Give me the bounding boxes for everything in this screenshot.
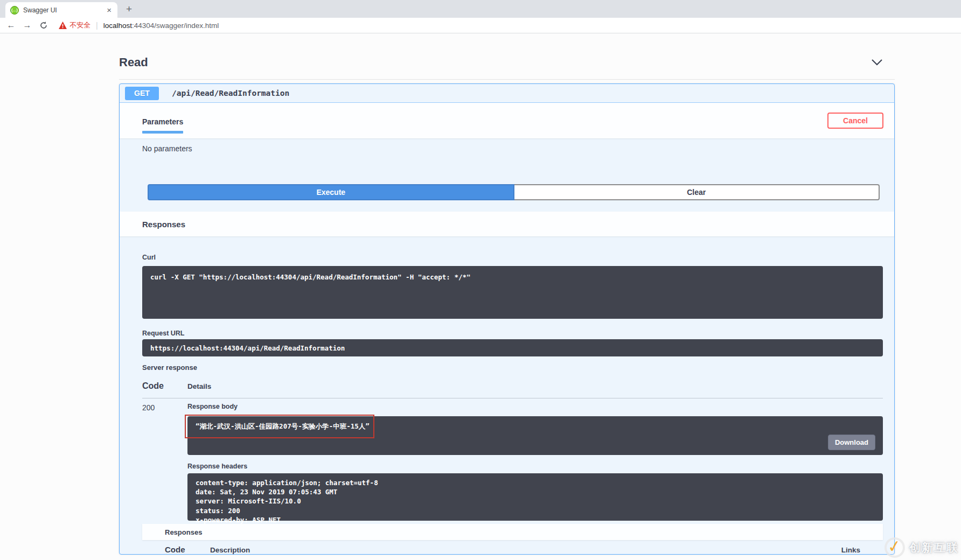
doc-links-header: Links [841,546,860,554]
url-separator: | [96,21,98,30]
parameters-body: No parameters Execute Clear [120,138,894,212]
responses-doc-table-header: Code Description Links [142,540,883,554]
swagger-content: Read GET /api/Read/ReadInformation Param… [119,33,895,555]
no-parameters-text: No parameters [142,144,883,153]
responses-label: Responses [142,220,185,229]
response-body-text: “湖北-武汉-洪山区-佳园路207号-实验小学-中班-15人” [196,422,370,430]
responses-doc-header: Responses [142,524,883,540]
response-body-label: Response body [187,403,883,410]
server-response-table-header: Code Details [142,381,883,398]
tag-title: Read [119,55,148,77]
chevron-down-icon[interactable] [871,59,883,74]
close-tab-icon[interactable]: × [106,6,113,14]
response-headers-label: Response headers [187,463,883,470]
tag-section-header[interactable]: Read [119,33,895,80]
doc-description-header: Description [210,546,841,554]
opblock-get: GET /api/Read/ReadInformation Parameters… [119,83,895,555]
tab-title: Swagger UI [23,6,106,14]
refresh-icon[interactable] [38,20,48,31]
curl-command: curl -X GET "https://localhost:44304/api… [142,266,883,319]
status-code: 200 [142,403,187,521]
cancel-button[interactable]: Cancel [827,113,883,129]
warning-triangle-icon [59,22,67,29]
responses-body: Curl curl -X GET "https://localhost:4430… [120,236,894,554]
parameters-header: Parameters Cancel [120,103,894,138]
download-button[interactable]: Download [828,435,875,450]
back-icon[interactable]: ← [6,20,16,31]
server-response-label: Server response [142,363,883,372]
swagger-favicon-icon: {…} [10,6,19,15]
endpoint-path: /api/Read/ReadInformation [172,89,289,97]
parameters-label: Parameters [142,117,183,126]
active-tab-underline [142,131,183,134]
details-column-header: Details [187,382,211,390]
request-url-label: Request URL [142,330,883,337]
response-headers-block: content-type: application/json; charset=… [187,473,883,521]
watermark-text: 创新互联 [909,540,959,555]
response-details: Response body “湖北-武汉-洪山区-佳园路207号-实验小学-中班… [187,403,883,521]
url-host: localhost [103,22,132,30]
security-chip[interactable]: 不安全 [59,20,90,30]
execute-button[interactable]: Execute [148,184,514,200]
response-body-block: “湖北-武汉-洪山区-佳园路207号-实验小学-中班-15人” Download [187,416,883,455]
url-text[interactable]: localhost:44304/swagger/index.html [103,22,219,30]
request-url-value: https://localhost:44304/api/Read/ReadInf… [142,339,883,356]
url-path: :44304/swagger/index.html [132,22,219,30]
tab-parameters[interactable]: Parameters [142,117,183,134]
browser-tab[interactable]: {…} Swagger UI × [5,2,117,18]
browser-tab-strip: {…} Swagger UI × + [0,0,961,18]
new-tab-button[interactable]: + [126,3,132,15]
not-secure-label: 不安全 [69,20,90,30]
curl-label: Curl [142,254,883,261]
method-badge: GET [125,87,159,100]
responses-doc-label: Responses [165,528,202,536]
server-response-row: 200 Response body “湖北-武汉-洪山区-佳园路207号-实验小… [142,398,883,521]
responses-header: Responses [120,212,894,236]
opblock-summary[interactable]: GET /api/Read/ReadInformation [120,84,894,103]
forward-icon[interactable]: → [22,20,32,31]
clear-button[interactable]: Clear [514,184,880,200]
doc-code-header: Code [165,545,210,554]
address-bar: ← → 不安全 | localhost:44304/swagger/index.… [0,18,961,33]
execute-row: Execute Clear [148,184,880,200]
code-column-header: Code [142,381,187,391]
watermark: ✓ 创新互联 [885,535,959,560]
